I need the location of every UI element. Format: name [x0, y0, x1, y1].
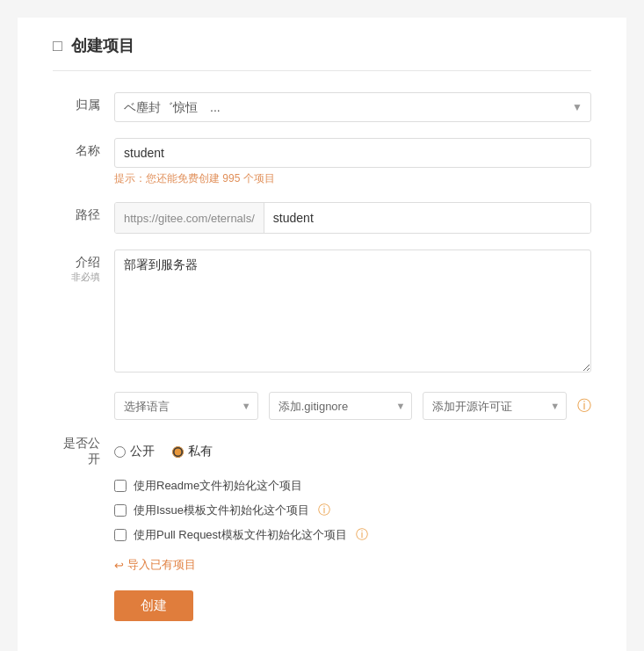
lang-select-wrapper: 选择语言 ▼ — [114, 392, 258, 420]
import-icon: ↩ — [114, 559, 124, 572]
checkbox2-label[interactable]: 使用Issue模板文件初始化这个项目 ⓘ — [114, 503, 591, 518]
checkbox2-info-icon[interactable]: ⓘ — [318, 503, 330, 518]
import-link[interactable]: ↩ 导入已有项目 — [114, 557, 591, 573]
owner-group: 归属 ベ塵封゛惊恒ゞ... ▼ — [53, 92, 591, 122]
checkbox3-label[interactable]: 使用Pull Request模板文件初始化这个项目 ⓘ — [114, 527, 591, 543]
checkbox2[interactable] — [114, 504, 127, 517]
name-content: 提示：您还能免费创建 995 个项目 — [114, 138, 591, 186]
owner-select-wrapper: ベ塵封゛惊恒ゞ... ▼ — [114, 92, 591, 122]
path-prefix: https://gitee.com/eternals/ — [115, 203, 264, 233]
checkbox-group: 使用Readme文件初始化这个项目 使用Issue模板文件初始化这个项目 ⓘ 使… — [114, 478, 591, 543]
path-label: 路径 — [53, 202, 114, 223]
checkbox1-text: 使用Readme文件初始化这个项目 — [134, 478, 302, 494]
page-title: 创建项目 — [71, 35, 134, 56]
desc-textarea[interactable]: 部署到服务器 — [114, 250, 591, 373]
name-group: 名称 提示：您还能免费创建 995 个项目 — [53, 138, 591, 186]
toolbar-row: 选择语言 ▼ 添加.gitignore ▼ 添加开源许可证 ▼ ⓘ — [114, 392, 591, 420]
name-input[interactable] — [114, 138, 591, 168]
checkbox3-info-icon[interactable]: ⓘ — [356, 527, 368, 543]
radio-public-label[interactable]: 公开 — [114, 444, 155, 459]
page-container: □ 创建项目 归属 ベ塵封゛惊恒ゞ... ▼ 名称 提示：您还能免费创建 995… — [18, 18, 626, 651]
path-group: 路径 https://gitee.com/eternals/ — [53, 202, 591, 234]
lang-select[interactable]: 选择语言 — [114, 392, 258, 420]
radio-private[interactable] — [172, 446, 184, 458]
checkbox1[interactable] — [114, 480, 127, 492]
path-content: https://gitee.com/eternals/ — [114, 202, 591, 234]
gitignore-select[interactable]: 添加.gitignore — [269, 392, 413, 420]
checkbox1-label[interactable]: 使用Readme文件初始化这个项目 — [114, 478, 591, 494]
name-label: 名称 — [53, 138, 114, 159]
radio-private-label[interactable]: 私有 — [172, 444, 213, 459]
desc-content: 部署到服务器 — [114, 250, 591, 376]
license-select[interactable]: 添加开源许可证 — [423, 392, 567, 420]
gitignore-select-wrapper: 添加.gitignore ▼ — [269, 392, 413, 420]
visibility-label: 是否公开 — [53, 436, 114, 467]
desc-group: 介绍 非必填 部署到服务器 — [53, 250, 591, 376]
checkbox3-text: 使用Pull Request模板文件初始化这个项目 — [134, 527, 347, 543]
checkbox3[interactable] — [114, 529, 127, 541]
submit-area: 创建 — [114, 590, 591, 621]
path-input[interactable] — [264, 203, 590, 233]
owner-select[interactable]: ベ塵封゛惊恒ゞ... — [114, 92, 591, 122]
owner-label: 归属 — [53, 92, 114, 113]
project-icon: □ — [53, 37, 62, 55]
radio-public-text: 公开 — [130, 444, 155, 459]
radio-private-text: 私有 — [188, 444, 213, 459]
visibility-group: 是否公开 公开 私有 — [53, 436, 591, 467]
import-label: 导入已有项目 — [127, 557, 196, 573]
license-select-wrapper: 添加开源许可证 ▼ — [423, 392, 567, 420]
desc-label: 介绍 非必填 — [53, 250, 114, 284]
name-hint: 提示：您还能免费创建 995 个项目 — [114, 171, 591, 186]
radio-group: 公开 私有 — [114, 444, 213, 459]
page-header: □ 创建项目 — [53, 35, 591, 71]
checkbox2-text: 使用Issue模板文件初始化这个项目 — [134, 503, 309, 518]
owner-content: ベ塵封゛惊恒ゞ... ▼ — [114, 92, 591, 122]
path-input-group: https://gitee.com/eternals/ — [114, 202, 591, 234]
radio-public[interactable] — [114, 446, 126, 458]
license-info-icon[interactable]: ⓘ — [577, 392, 591, 420]
desc-sublabel: 非必填 — [53, 271, 100, 284]
submit-button[interactable]: 创建 — [114, 590, 193, 621]
